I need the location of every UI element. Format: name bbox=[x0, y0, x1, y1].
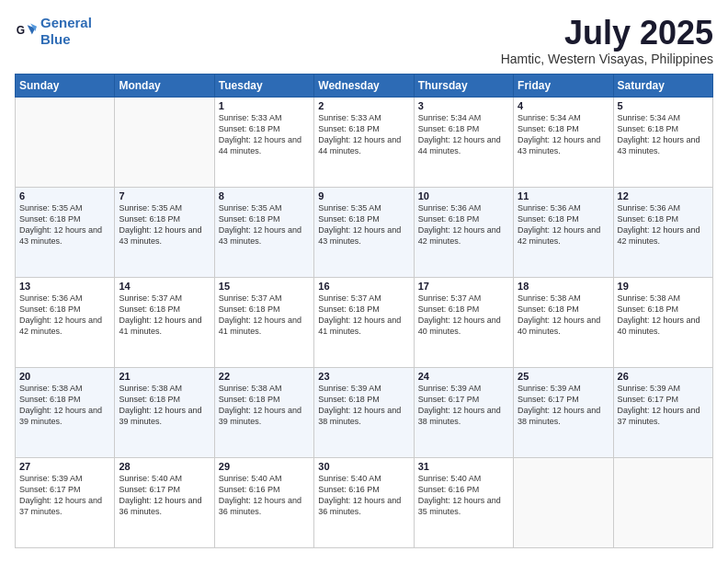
subtitle: Hamtic, Western Visayas, Philippines bbox=[501, 52, 713, 66]
day-number: 14 bbox=[119, 281, 210, 292]
table-row: 17Sunrise: 5:37 AMSunset: 6:18 PMDayligh… bbox=[414, 277, 513, 367]
day-info: Sunrise: 5:40 AMSunset: 6:16 PMDaylight:… bbox=[318, 473, 409, 518]
day-info: Sunrise: 5:40 AMSunset: 6:17 PMDaylight:… bbox=[119, 473, 210, 518]
day-number: 15 bbox=[219, 281, 310, 292]
day-number: 25 bbox=[518, 371, 609, 382]
table-row: 20Sunrise: 5:38 AMSunset: 6:18 PMDayligh… bbox=[16, 367, 115, 457]
day-number: 29 bbox=[219, 461, 310, 472]
table-row bbox=[16, 97, 115, 187]
table-row: 8Sunrise: 5:35 AMSunset: 6:18 PMDaylight… bbox=[214, 187, 313, 277]
day-info: Sunrise: 5:34 AMSunset: 6:18 PMDaylight:… bbox=[418, 112, 509, 157]
table-row: 2Sunrise: 5:33 AMSunset: 6:18 PMDaylight… bbox=[314, 97, 414, 187]
day-info: Sunrise: 5:40 AMSunset: 6:16 PMDaylight:… bbox=[219, 473, 310, 518]
day-number: 8 bbox=[219, 190, 310, 201]
col-wednesday: Wednesday bbox=[314, 74, 414, 97]
calendar-page: G General Blue July 2025 Hamtic, Western… bbox=[0, 0, 728, 563]
day-info: Sunrise: 5:36 AMSunset: 6:18 PMDaylight:… bbox=[518, 202, 609, 247]
day-info: Sunrise: 5:39 AMSunset: 6:17 PMDaylight:… bbox=[518, 383, 609, 428]
col-monday: Monday bbox=[115, 74, 214, 97]
day-number: 19 bbox=[618, 281, 709, 292]
table-row: 29Sunrise: 5:40 AMSunset: 6:16 PMDayligh… bbox=[214, 457, 313, 547]
day-info: Sunrise: 5:35 AMSunset: 6:18 PMDaylight:… bbox=[19, 202, 110, 247]
calendar-week-row: 27Sunrise: 5:39 AMSunset: 6:17 PMDayligh… bbox=[16, 457, 713, 547]
day-info: Sunrise: 5:39 AMSunset: 6:18 PMDaylight:… bbox=[318, 383, 409, 428]
table-row: 13Sunrise: 5:36 AMSunset: 6:18 PMDayligh… bbox=[16, 277, 115, 367]
day-info: Sunrise: 5:34 AMSunset: 6:18 PMDaylight:… bbox=[518, 112, 609, 157]
day-info: Sunrise: 5:37 AMSunset: 6:18 PMDaylight:… bbox=[318, 293, 409, 338]
day-number: 24 bbox=[418, 371, 509, 382]
day-info: Sunrise: 5:38 AMSunset: 6:18 PMDaylight:… bbox=[119, 383, 210, 428]
table-row: 30Sunrise: 5:40 AMSunset: 6:16 PMDayligh… bbox=[314, 457, 414, 547]
day-number: 3 bbox=[418, 100, 509, 111]
day-number: 5 bbox=[618, 100, 709, 111]
day-info: Sunrise: 5:35 AMSunset: 6:18 PMDaylight:… bbox=[119, 202, 210, 247]
day-info: Sunrise: 5:33 AMSunset: 6:18 PMDaylight:… bbox=[219, 112, 310, 157]
day-info: Sunrise: 5:35 AMSunset: 6:18 PMDaylight:… bbox=[318, 202, 409, 247]
day-info: Sunrise: 5:40 AMSunset: 6:16 PMDaylight:… bbox=[418, 473, 509, 518]
day-info: Sunrise: 5:39 AMSunset: 6:17 PMDaylight:… bbox=[418, 383, 509, 428]
day-number: 2 bbox=[318, 100, 409, 111]
day-number: 13 bbox=[19, 281, 110, 292]
logo-text: General Blue bbox=[40, 15, 92, 48]
day-number: 28 bbox=[119, 461, 210, 472]
calendar-header-row: Sunday Monday Tuesday Wednesday Thursday… bbox=[16, 74, 713, 97]
table-row: 1Sunrise: 5:33 AMSunset: 6:18 PMDaylight… bbox=[214, 97, 313, 187]
day-info: Sunrise: 5:39 AMSunset: 6:17 PMDaylight:… bbox=[618, 383, 709, 428]
table-row: 7Sunrise: 5:35 AMSunset: 6:18 PMDaylight… bbox=[115, 187, 214, 277]
table-row bbox=[613, 457, 712, 547]
header: G General Blue July 2025 Hamtic, Western… bbox=[15, 15, 713, 66]
day-number: 10 bbox=[418, 190, 509, 201]
day-info: Sunrise: 5:36 AMSunset: 6:18 PMDaylight:… bbox=[618, 202, 709, 247]
table-row bbox=[514, 457, 613, 547]
day-number: 21 bbox=[119, 371, 210, 382]
day-info: Sunrise: 5:34 AMSunset: 6:18 PMDaylight:… bbox=[618, 112, 709, 157]
day-number: 7 bbox=[119, 190, 210, 201]
table-row: 23Sunrise: 5:39 AMSunset: 6:18 PMDayligh… bbox=[314, 367, 414, 457]
day-number: 18 bbox=[518, 281, 609, 292]
table-row: 5Sunrise: 5:34 AMSunset: 6:18 PMDaylight… bbox=[613, 97, 712, 187]
day-number: 30 bbox=[318, 461, 409, 472]
day-number: 9 bbox=[318, 190, 409, 201]
table-row: 18Sunrise: 5:38 AMSunset: 6:18 PMDayligh… bbox=[514, 277, 613, 367]
table-row: 11Sunrise: 5:36 AMSunset: 6:18 PMDayligh… bbox=[514, 187, 613, 277]
day-info: Sunrise: 5:37 AMSunset: 6:18 PMDaylight:… bbox=[119, 293, 210, 338]
calendar-week-row: 20Sunrise: 5:38 AMSunset: 6:18 PMDayligh… bbox=[16, 367, 713, 457]
table-row: 15Sunrise: 5:37 AMSunset: 6:18 PMDayligh… bbox=[214, 277, 313, 367]
col-thursday: Thursday bbox=[414, 74, 513, 97]
main-title: July 2025 bbox=[501, 15, 713, 52]
day-info: Sunrise: 5:38 AMSunset: 6:18 PMDaylight:… bbox=[518, 293, 609, 338]
day-number: 20 bbox=[19, 371, 110, 382]
day-info: Sunrise: 5:37 AMSunset: 6:18 PMDaylight:… bbox=[219, 293, 310, 338]
col-tuesday: Tuesday bbox=[214, 74, 313, 97]
day-info: Sunrise: 5:36 AMSunset: 6:18 PMDaylight:… bbox=[418, 202, 509, 247]
calendar-week-row: 6Sunrise: 5:35 AMSunset: 6:18 PMDaylight… bbox=[16, 187, 713, 277]
table-row: 28Sunrise: 5:40 AMSunset: 6:17 PMDayligh… bbox=[115, 457, 214, 547]
day-info: Sunrise: 5:38 AMSunset: 6:18 PMDaylight:… bbox=[19, 383, 110, 428]
day-number: 11 bbox=[518, 190, 609, 201]
day-number: 17 bbox=[418, 281, 509, 292]
day-number: 27 bbox=[19, 461, 110, 472]
calendar-week-row: 13Sunrise: 5:36 AMSunset: 6:18 PMDayligh… bbox=[16, 277, 713, 367]
table-row: 10Sunrise: 5:36 AMSunset: 6:18 PMDayligh… bbox=[414, 187, 513, 277]
day-number: 16 bbox=[318, 281, 409, 292]
table-row bbox=[115, 97, 214, 187]
day-info: Sunrise: 5:33 AMSunset: 6:18 PMDaylight:… bbox=[318, 112, 409, 157]
table-row: 26Sunrise: 5:39 AMSunset: 6:17 PMDayligh… bbox=[613, 367, 712, 457]
title-section: July 2025 Hamtic, Western Visayas, Phili… bbox=[501, 15, 713, 66]
svg-text:G: G bbox=[17, 24, 25, 37]
calendar-table: Sunday Monday Tuesday Wednesday Thursday… bbox=[15, 74, 713, 548]
day-number: 31 bbox=[418, 461, 509, 472]
day-number: 6 bbox=[19, 190, 110, 201]
day-info: Sunrise: 5:37 AMSunset: 6:18 PMDaylight:… bbox=[418, 293, 509, 338]
table-row: 21Sunrise: 5:38 AMSunset: 6:18 PMDayligh… bbox=[115, 367, 214, 457]
table-row: 12Sunrise: 5:36 AMSunset: 6:18 PMDayligh… bbox=[613, 187, 712, 277]
col-sunday: Sunday bbox=[16, 74, 115, 97]
table-row: 19Sunrise: 5:38 AMSunset: 6:18 PMDayligh… bbox=[613, 277, 712, 367]
logo-icon: G bbox=[15, 20, 37, 42]
table-row: 3Sunrise: 5:34 AMSunset: 6:18 PMDaylight… bbox=[414, 97, 513, 187]
table-row: 4Sunrise: 5:34 AMSunset: 6:18 PMDaylight… bbox=[514, 97, 613, 187]
table-row: 9Sunrise: 5:35 AMSunset: 6:18 PMDaylight… bbox=[314, 187, 414, 277]
day-info: Sunrise: 5:38 AMSunset: 6:18 PMDaylight:… bbox=[219, 383, 310, 428]
table-row: 6Sunrise: 5:35 AMSunset: 6:18 PMDaylight… bbox=[16, 187, 115, 277]
table-row: 24Sunrise: 5:39 AMSunset: 6:17 PMDayligh… bbox=[414, 367, 513, 457]
